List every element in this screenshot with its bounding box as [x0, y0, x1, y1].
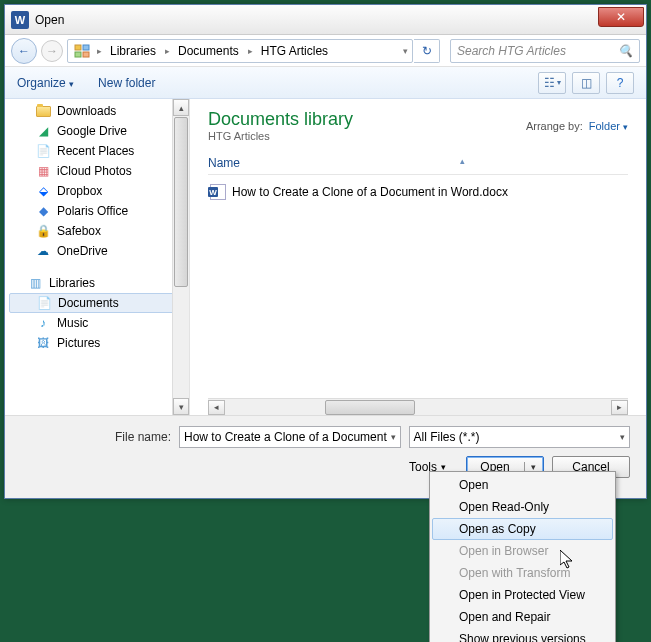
- tree-item-polaris[interactable]: ◆Polaris Office: [5, 201, 189, 221]
- file-row[interactable]: How to Create a Clone of a Document in W…: [208, 181, 628, 203]
- scroll-up-icon[interactable]: ▴: [173, 99, 189, 116]
- tree-label: Dropbox: [57, 184, 102, 198]
- open-dialog: W Open ✕ ← → ▸ Libraries ▸ Documents ▸ H…: [4, 4, 647, 499]
- menu-open-as-copy[interactable]: Open as Copy: [432, 518, 613, 540]
- search-input[interactable]: Search HTG Articles 🔍: [450, 39, 640, 63]
- tree-item-google-drive[interactable]: ◢Google Drive: [5, 121, 189, 141]
- icloud-icon: ▦: [35, 163, 51, 179]
- titlebar: W Open ✕: [5, 5, 646, 35]
- svg-rect-3: [83, 52, 89, 57]
- tree-lib-documents[interactable]: 📄Documents: [9, 293, 185, 313]
- menu-show-previous[interactable]: Show previous versions: [432, 628, 613, 642]
- tree-lib-pictures[interactable]: 🖼Pictures: [5, 333, 189, 353]
- library-title: Documents library: [208, 109, 353, 130]
- column-headers: Name ▴: [208, 156, 628, 175]
- menu-open-readonly[interactable]: Open Read-Only: [432, 496, 613, 518]
- scroll-right-icon[interactable]: ▸: [611, 400, 628, 415]
- word-file-icon: [210, 184, 226, 200]
- arrange-by-button[interactable]: Folder ▾: [589, 120, 628, 132]
- navbar: ← → ▸ Libraries ▸ Documents ▸ HTG Articl…: [5, 35, 646, 67]
- scroll-thumb[interactable]: [325, 400, 415, 415]
- tree-item-recent[interactable]: 📄Recent Places: [5, 141, 189, 161]
- tree-item-dropbox[interactable]: ⬙Dropbox: [5, 181, 189, 201]
- sort-indicator-icon: ▴: [460, 156, 465, 170]
- tree-label: Libraries: [49, 276, 95, 290]
- refresh-button[interactable]: ↻: [414, 39, 440, 63]
- search-icon: 🔍: [618, 44, 633, 58]
- column-name[interactable]: Name: [208, 156, 240, 170]
- crumb-htg-articles[interactable]: HTG Articles: [255, 40, 335, 62]
- tree-label: iCloud Photos: [57, 164, 132, 178]
- libraries-icon: ▥: [27, 275, 43, 291]
- filter-value: All Files (*.*): [414, 430, 480, 444]
- organize-button[interactable]: Organize ▾: [17, 76, 74, 90]
- chevron-down-icon: ▾: [391, 432, 396, 442]
- chevron-down-icon[interactable]: ▾: [401, 46, 410, 56]
- tree-item-downloads[interactable]: Downloads: [5, 101, 189, 121]
- body: Downloads ◢Google Drive 📄Recent Places ▦…: [5, 99, 646, 415]
- tree-label: Downloads: [57, 104, 116, 118]
- preview-icon: ◫: [581, 76, 592, 90]
- sidebar-scrollbar[interactable]: ▴ ▾: [172, 99, 189, 415]
- folder-icon: [35, 103, 51, 119]
- tree-item-onedrive[interactable]: ☁OneDrive: [5, 241, 189, 261]
- pictures-icon: 🖼: [35, 335, 51, 351]
- back-button[interactable]: ←: [11, 38, 37, 64]
- scroll-thumb[interactable]: [174, 117, 188, 287]
- chevron-down-icon: ▾: [69, 79, 74, 89]
- close-button[interactable]: ✕: [598, 7, 644, 27]
- onedrive-icon: ☁: [35, 243, 51, 259]
- scroll-down-icon[interactable]: ▾: [173, 398, 189, 415]
- chevron-down-icon: ▾: [623, 122, 628, 132]
- tree-label: Pictures: [57, 336, 100, 350]
- crumb-documents[interactable]: Documents: [172, 40, 246, 62]
- scroll-left-icon[interactable]: ◂: [208, 400, 225, 415]
- tree-item-icloud[interactable]: ▦iCloud Photos: [5, 161, 189, 181]
- window-title: Open: [35, 13, 598, 27]
- breadcrumb-root-icon[interactable]: [70, 40, 95, 62]
- tree-label: Recent Places: [57, 144, 134, 158]
- content-pane: Documents library HTG Articles Arrange b…: [190, 99, 646, 415]
- refresh-icon: ↻: [422, 44, 432, 58]
- help-button[interactable]: ?: [606, 72, 634, 94]
- help-icon: ?: [617, 76, 624, 90]
- svg-rect-1: [83, 45, 89, 50]
- file-name: How to Create a Clone of a Document in W…: [232, 185, 508, 199]
- new-folder-button[interactable]: New folder: [98, 76, 155, 90]
- menu-open-protected[interactable]: Open in Protected View: [432, 584, 613, 606]
- filename-label: File name:: [21, 430, 171, 444]
- documents-icon: 📄: [36, 295, 52, 311]
- tree-lib-music[interactable]: ♪Music: [5, 313, 189, 333]
- tree-item-safebox[interactable]: 🔒Safebox: [5, 221, 189, 241]
- tree-label: Music: [57, 316, 88, 330]
- content-hscrollbar[interactable]: ◂ ▸: [208, 398, 628, 415]
- breadcrumb[interactable]: ▸ Libraries ▸ Documents ▸ HTG Articles ▾: [67, 39, 413, 63]
- arrow-right-icon: →: [46, 44, 58, 58]
- menu-open-repair[interactable]: Open and Repair: [432, 606, 613, 628]
- search-placeholder: Search HTG Articles: [457, 44, 566, 58]
- view-button[interactable]: ☷▾: [538, 72, 566, 94]
- menu-open[interactable]: Open: [432, 474, 613, 496]
- tree-label: Safebox: [57, 224, 101, 238]
- tree-libraries[interactable]: ▥Libraries: [5, 273, 189, 293]
- word-app-icon: W: [11, 11, 29, 29]
- tree-label: Polaris Office: [57, 204, 128, 218]
- library-subtitle: HTG Articles: [208, 130, 353, 142]
- polaris-icon: ◆: [35, 203, 51, 219]
- forward-button[interactable]: →: [41, 40, 63, 62]
- preview-pane-button[interactable]: ◫: [572, 72, 600, 94]
- tree-label: OneDrive: [57, 244, 108, 258]
- music-icon: ♪: [35, 315, 51, 331]
- recent-icon: 📄: [35, 143, 51, 159]
- close-icon: ✕: [616, 10, 626, 24]
- view-icon: ☷: [544, 76, 555, 90]
- menu-open-with-transform: Open with Transform: [432, 562, 613, 584]
- file-type-filter[interactable]: All Files (*.*) ▾: [409, 426, 631, 448]
- arrange-by-label: Arrange by:: [526, 120, 583, 132]
- svg-rect-2: [75, 52, 81, 57]
- sidebar: Downloads ◢Google Drive 📄Recent Places ▦…: [5, 99, 190, 415]
- filename-input[interactable]: How to Create a Clone of a Document ▾: [179, 426, 401, 448]
- crumb-libraries[interactable]: Libraries: [104, 40, 163, 62]
- safebox-icon: 🔒: [35, 223, 51, 239]
- chevron-down-icon: ▾: [620, 432, 625, 442]
